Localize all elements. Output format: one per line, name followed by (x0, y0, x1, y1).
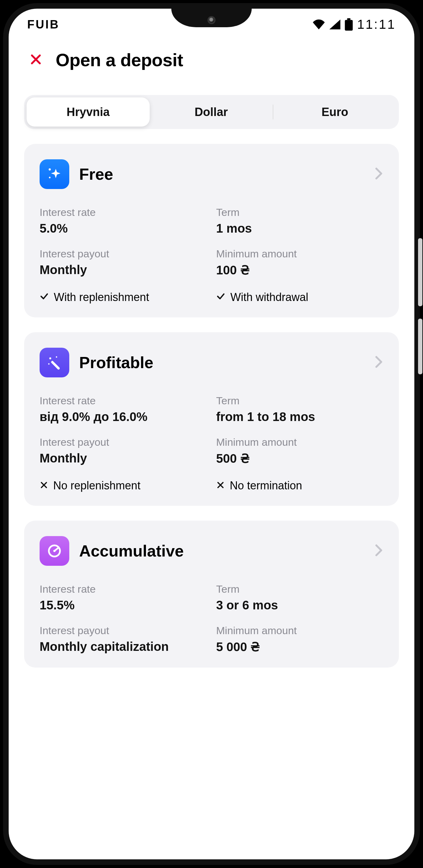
svg-point-7 (48, 363, 50, 365)
wifi-icon (313, 20, 325, 29)
stat-value: від 9.0% до 16.0% (40, 410, 207, 424)
tab-label: Euro (322, 105, 349, 119)
stat-term: Term from 1 to 18 mos (216, 395, 383, 424)
stat-label: Minimum amount (216, 436, 383, 448)
feature-item: With replenishment (40, 291, 207, 304)
chevron-right-icon (374, 544, 383, 558)
deposit-name: Profitable (79, 353, 153, 372)
phone-screen-bezel: FUIB 11:11 (9, 9, 414, 859)
stat-interest-payout: Interest payout Monthly capitalization (40, 625, 207, 654)
stat-label: Interest rate (40, 395, 207, 407)
deposit-card[interactable]: Profitable Interest rate від 9.0% до 16.… (24, 332, 399, 506)
svg-rect-1 (345, 20, 353, 31)
feature-item: No replenishment (40, 479, 207, 492)
screen: FUIB 11:11 (9, 9, 414, 859)
phone-notch (171, 9, 252, 27)
chevron-right-icon (374, 167, 383, 181)
tab-dollar[interactable]: Dollar (150, 97, 273, 126)
svg-point-9 (53, 550, 55, 552)
svg-point-5 (49, 357, 51, 359)
deposit-card[interactable]: Accumulative Interest rate 15.5% Term 3 … (24, 521, 399, 668)
tab-euro[interactable]: Euro (273, 97, 396, 126)
feature-text: With replenishment (54, 291, 149, 304)
clock: 11:11 (357, 17, 396, 32)
svg-rect-4 (51, 361, 60, 370)
stat-value: 100 ₴ (216, 263, 383, 277)
stat-minimum-amount: Minimum amount 100 ₴ (216, 248, 383, 277)
stat-label: Term (216, 206, 383, 218)
stat-term: Term 1 mos (216, 206, 383, 236)
feature-text: No replenishment (53, 479, 140, 492)
feature-text: No termination (230, 479, 302, 492)
battery-icon (345, 18, 353, 31)
tab-label: Dollar (195, 105, 228, 119)
stat-label: Interest rate (40, 206, 207, 218)
stat-interest-rate: Interest rate 5.0% (40, 206, 207, 236)
front-camera (207, 16, 216, 24)
stat-value: from 1 to 18 mos (216, 410, 383, 424)
page-header: Open a deposit (9, 37, 414, 76)
sparkle-icon (40, 159, 69, 189)
deposit-name: Accumulative (79, 541, 184, 560)
gauge-icon (40, 536, 69, 566)
side-button (418, 238, 422, 306)
stat-minimum-amount: Minimum amount 5 000 ₴ (216, 625, 383, 654)
stat-value: 15.5% (40, 598, 207, 612)
stat-label: Interest payout (40, 248, 207, 260)
side-button (418, 319, 422, 374)
stat-value: 500 ₴ (216, 451, 383, 466)
close-button[interactable] (27, 51, 44, 69)
stat-value: Monthly (40, 451, 207, 465)
carrier-label: FUIB (27, 18, 60, 31)
tab-hryvnia[interactable]: Hryvnia (27, 97, 150, 126)
svg-rect-0 (347, 18, 350, 20)
svg-point-6 (56, 356, 58, 358)
stat-value: 5.0% (40, 221, 207, 236)
stat-term: Term 3 or 6 mos (216, 583, 383, 612)
stat-interest-rate: Interest rate від 9.0% до 16.0% (40, 395, 207, 424)
check-icon (40, 291, 49, 304)
stat-value: Monthly capitalization (40, 640, 207, 654)
stat-interest-payout: Interest payout Monthly (40, 436, 207, 466)
currency-tabs: Hryvnia Dollar Euro (24, 95, 399, 129)
stat-value: Monthly (40, 263, 207, 277)
check-icon (216, 291, 225, 304)
feature-text: With withdrawal (230, 291, 308, 304)
stat-label: Interest rate (40, 583, 207, 595)
stat-interest-rate: Interest rate 15.5% (40, 583, 207, 612)
x-icon (216, 479, 225, 492)
stat-label: Minimum amount (216, 248, 383, 260)
stat-label: Minimum amount (216, 625, 383, 637)
wand-sparkle-icon (40, 348, 69, 377)
stat-label: Term (216, 395, 383, 407)
stat-value: 1 mos (216, 221, 383, 236)
page-title: Open a deposit (56, 50, 183, 70)
feature-item: No termination (216, 479, 383, 492)
stat-interest-payout: Interest payout Monthly (40, 248, 207, 277)
stat-label: Interest payout (40, 436, 207, 448)
deposit-card[interactable]: Free Interest rate 5.0% Term 1 mos (24, 144, 399, 317)
x-icon (40, 479, 48, 492)
stat-value: 3 or 6 mos (216, 598, 383, 612)
deposit-name: Free (79, 165, 113, 183)
signal-icon (329, 20, 340, 29)
stat-label: Interest payout (40, 625, 207, 637)
chevron-right-icon (374, 356, 383, 369)
stat-minimum-amount: Minimum amount 500 ₴ (216, 436, 383, 466)
tab-label: Hryvnia (66, 105, 109, 119)
svg-point-3 (49, 177, 51, 178)
phone-frame: FUIB 11:11 (3, 3, 420, 865)
stat-label: Term (216, 583, 383, 595)
stat-value: 5 000 ₴ (216, 640, 383, 654)
close-icon (29, 53, 43, 67)
svg-point-2 (48, 168, 51, 170)
feature-item: With withdrawal (216, 291, 383, 304)
